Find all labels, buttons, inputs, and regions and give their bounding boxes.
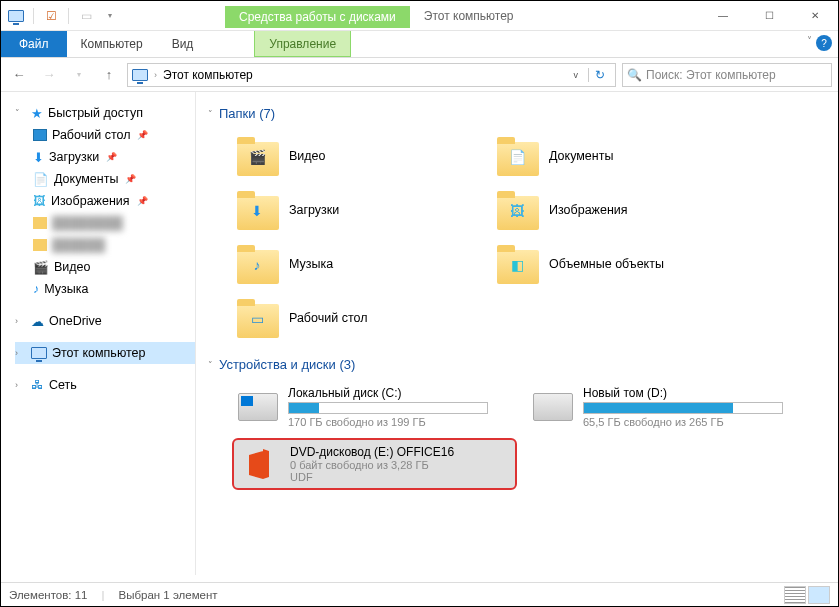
up-button[interactable]: ↑ bbox=[97, 63, 121, 87]
ribbon-tabs: Файл Компьютер Вид Управление ˅ ? bbox=[1, 31, 838, 58]
close-button[interactable]: ✕ bbox=[792, 1, 838, 31]
folder-label: Рабочий стол bbox=[289, 311, 367, 325]
folder-icon: ♪ bbox=[237, 250, 279, 284]
drive-free: 170 ГБ свободно из 199 ГБ bbox=[288, 416, 498, 428]
quick-access-toolbar: ☑ ▭ ▾ bbox=[1, 7, 125, 25]
tree-downloads[interactable]: ⬇Загрузки📌 bbox=[15, 146, 195, 168]
group-devices-header[interactable]: ˅Устройства и диски (3) bbox=[208, 357, 832, 372]
group-folders-header[interactable]: ˅Папки (7) bbox=[208, 106, 832, 121]
folder-icon: 🎬 bbox=[237, 142, 279, 176]
folder-icon: 🖼 bbox=[497, 196, 539, 230]
title-bar: ☑ ▭ ▾ Средства работы с дисками Этот ком… bbox=[1, 1, 838, 31]
forward-button[interactable]: → bbox=[37, 63, 61, 87]
status-selection: Выбран 1 элемент bbox=[118, 589, 217, 601]
pin-icon: 📌 bbox=[137, 130, 148, 140]
tree-documents[interactable]: 📄Документы📌 bbox=[15, 168, 195, 190]
office-icon bbox=[240, 444, 280, 484]
tree-onedrive[interactable]: ›☁OneDrive bbox=[15, 310, 195, 332]
folder-item[interactable]: 📄Документы bbox=[492, 131, 742, 181]
drive-progress bbox=[583, 402, 783, 414]
folders-grid: 🎬Видео📄Документы⬇Загрузки🖼Изображения♪Му… bbox=[232, 131, 832, 343]
window-controls: — ☐ ✕ bbox=[700, 1, 838, 31]
drive-info: DVD-дисковод (E:) OFFICE160 байт свободн… bbox=[290, 445, 500, 483]
folder-label: Документы bbox=[549, 149, 613, 163]
newfolder-qat-icon[interactable]: ▭ bbox=[77, 7, 95, 25]
folder-label: Видео bbox=[289, 149, 326, 163]
address-location: Этот компьютер bbox=[163, 68, 253, 82]
qat-dropdown-icon[interactable]: ▾ bbox=[101, 7, 119, 25]
drive-item-selected[interactable]: DVD-дисковод (E:) OFFICE160 байт свободн… bbox=[232, 438, 517, 490]
folder-icon: ▭ bbox=[237, 304, 279, 338]
back-button[interactable]: ← bbox=[7, 63, 31, 87]
minimize-button[interactable]: — bbox=[700, 1, 746, 31]
drive-icon bbox=[238, 393, 278, 421]
properties-qat-icon[interactable]: ☑ bbox=[42, 7, 60, 25]
tree-music[interactable]: ♪Музыка bbox=[15, 278, 195, 300]
tree-desktop[interactable]: Рабочий стол📌 bbox=[15, 124, 195, 146]
folder-label: Объемные объекты bbox=[549, 257, 664, 271]
tree-thispc[interactable]: ›Этот компьютер bbox=[15, 342, 195, 364]
drive-free: 0 байт свободно из 3,28 ГБ bbox=[290, 459, 500, 471]
folder-icon: ⬇ bbox=[237, 196, 279, 230]
address-bar[interactable]: › Этот компьютер v ↻ bbox=[127, 63, 616, 87]
drive-item[interactable]: Новый том (D:)65,5 ГБ свободно из 265 ГБ bbox=[527, 382, 812, 432]
view-details-button[interactable] bbox=[784, 586, 806, 604]
view-large-button[interactable] bbox=[808, 586, 830, 604]
folder-label: Музыка bbox=[289, 257, 333, 271]
folder-item[interactable]: ▭Рабочий стол bbox=[232, 293, 482, 343]
drive-fs: UDF bbox=[290, 471, 500, 483]
search-placeholder: Поиск: Этот компьютер bbox=[646, 68, 776, 82]
search-icon: 🔍 bbox=[627, 68, 642, 82]
folder-icon: ◧ bbox=[497, 250, 539, 284]
tree-video[interactable]: 🎬Видео bbox=[15, 256, 195, 278]
window-title: Этот компьютер bbox=[424, 9, 514, 23]
tree-blurred-2[interactable]: ██████ bbox=[15, 234, 195, 256]
maximize-button[interactable]: ☐ bbox=[746, 1, 792, 31]
thispc-icon bbox=[132, 69, 148, 81]
tree-quick-access[interactable]: ˅ ★ Быстрый доступ bbox=[15, 102, 195, 124]
content-pane: ˅Папки (7) 🎬Видео📄Документы⬇Загрузки🖼Изо… bbox=[196, 92, 838, 575]
contextual-tab-header: Средства работы с дисками bbox=[225, 6, 410, 28]
help-icon[interactable]: ? bbox=[816, 35, 832, 51]
drive-name: DVD-дисковод (E:) OFFICE16 bbox=[290, 445, 500, 459]
computer-tab[interactable]: Компьютер bbox=[67, 31, 158, 57]
folder-item[interactable]: ⬇Загрузки bbox=[232, 185, 482, 235]
tree-network[interactable]: ›🖧Сеть bbox=[15, 374, 195, 396]
folder-item[interactable]: ♪Музыка bbox=[232, 239, 482, 289]
drive-icon bbox=[533, 393, 573, 421]
app-icon bbox=[7, 7, 25, 25]
folder-item[interactable]: 🎬Видео bbox=[232, 131, 482, 181]
folder-label: Изображения bbox=[549, 203, 628, 217]
drive-info: Локальный диск (C:)170 ГБ свободно из 19… bbox=[288, 386, 498, 428]
navigation-bar: ← → ▾ ↑ › Этот компьютер v ↻ 🔍 Поиск: Эт… bbox=[1, 58, 838, 92]
folder-icon: 📄 bbox=[497, 142, 539, 176]
tree-pictures[interactable]: 🖼Изображения📌 bbox=[15, 190, 195, 212]
folder-label: Загрузки bbox=[289, 203, 339, 217]
navigation-pane: ˅ ★ Быстрый доступ Рабочий стол📌 ⬇Загруз… bbox=[1, 92, 196, 575]
expand-ribbon-icon[interactable]: ˅ bbox=[807, 35, 812, 46]
folder-item[interactable]: ◧Объемные объекты bbox=[492, 239, 742, 289]
status-bar: Элементов: 11 | Выбран 1 элемент bbox=[1, 582, 838, 606]
folder-item[interactable]: 🖼Изображения bbox=[492, 185, 742, 235]
search-input[interactable]: 🔍 Поиск: Этот компьютер bbox=[622, 63, 832, 87]
drives-grid: Локальный диск (C:)170 ГБ свободно из 19… bbox=[232, 382, 832, 490]
drive-free: 65,5 ГБ свободно из 265 ГБ bbox=[583, 416, 793, 428]
refresh-button[interactable]: ↻ bbox=[588, 68, 611, 82]
file-tab[interactable]: Файл bbox=[1, 31, 67, 57]
tree-blurred-1[interactable]: ████████ bbox=[15, 212, 195, 234]
drive-info: Новый том (D:)65,5 ГБ свободно из 265 ГБ bbox=[583, 386, 793, 428]
drive-name: Локальный диск (C:) bbox=[288, 386, 498, 400]
drive-progress bbox=[288, 402, 488, 414]
view-tab[interactable]: Вид bbox=[158, 31, 209, 57]
drive-name: Новый том (D:) bbox=[583, 386, 793, 400]
address-dropdown-icon[interactable]: v bbox=[570, 70, 583, 80]
drive-item[interactable]: Локальный диск (C:)170 ГБ свободно из 19… bbox=[232, 382, 517, 432]
status-item-count: Элементов: 11 bbox=[9, 589, 87, 601]
recent-dropdown-icon[interactable]: ▾ bbox=[67, 63, 91, 87]
manage-tab[interactable]: Управление bbox=[254, 31, 351, 57]
